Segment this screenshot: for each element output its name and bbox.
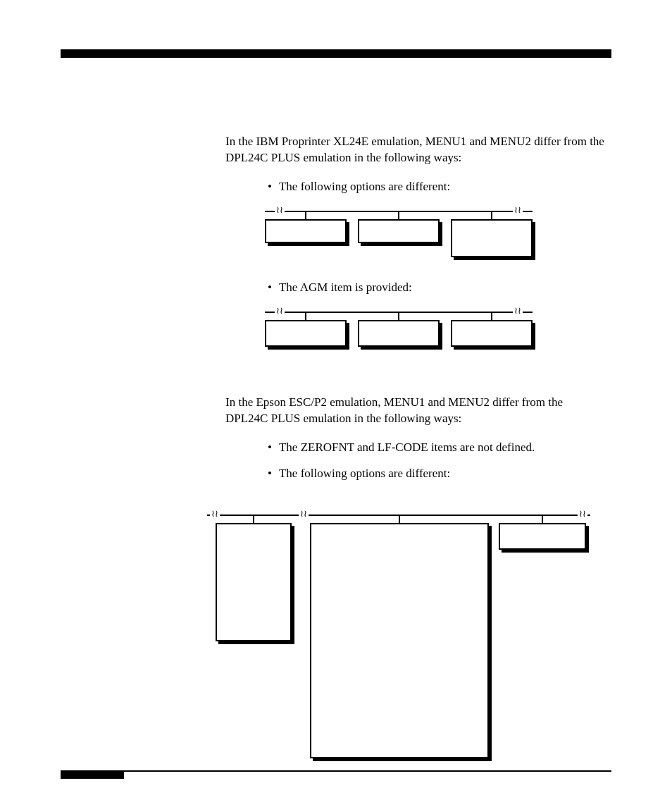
option-box bbox=[451, 320, 533, 347]
bullet-item: • The following options are different: bbox=[225, 466, 606, 482]
section2-intro: In the Epson ESC/P2 emulation, MENU1 and… bbox=[225, 395, 606, 427]
bullet-icon: • bbox=[268, 440, 272, 456]
bullet-icon: • bbox=[268, 466, 272, 482]
bullet-item: • The ZEROFNT and LF-CODE items are not … bbox=[225, 440, 606, 456]
bullet-item: • The AGM item is provided: bbox=[225, 280, 606, 296]
option-box bbox=[451, 219, 533, 257]
bottom-rule bbox=[61, 770, 611, 772]
option-box bbox=[265, 320, 347, 347]
option-box bbox=[358, 320, 440, 347]
diagram-ibm-agm: ≀≀ ≀≀ bbox=[265, 306, 533, 355]
bullet-text: The AGM item is provided: bbox=[279, 280, 412, 296]
main-content: In the IBM Proprinter XL24E emulation, M… bbox=[225, 134, 606, 482]
bottom-thick-bar bbox=[61, 770, 124, 779]
option-box bbox=[310, 523, 489, 758]
break-glyph: ≀≀ bbox=[299, 509, 309, 520]
option-box bbox=[216, 523, 292, 641]
bullet-icon: • bbox=[268, 280, 272, 296]
bullet-item: • The following options are different: bbox=[225, 179, 606, 195]
option-box bbox=[265, 219, 347, 243]
option-box bbox=[499, 523, 586, 550]
bullet-icon: • bbox=[268, 179, 272, 195]
section1-intro: In the IBM Proprinter XL24E emulation, M… bbox=[225, 134, 606, 166]
top-rule bbox=[61, 49, 611, 58]
bullet-text: The ZEROFNT and LF-CODE items are not de… bbox=[279, 440, 535, 456]
bullet-text: The following options are different: bbox=[279, 466, 450, 482]
bullet-text: The following options are different: bbox=[279, 179, 450, 195]
diagram-ibm-options: ≀≀ ≀≀ bbox=[265, 205, 533, 260]
option-box bbox=[358, 219, 440, 243]
